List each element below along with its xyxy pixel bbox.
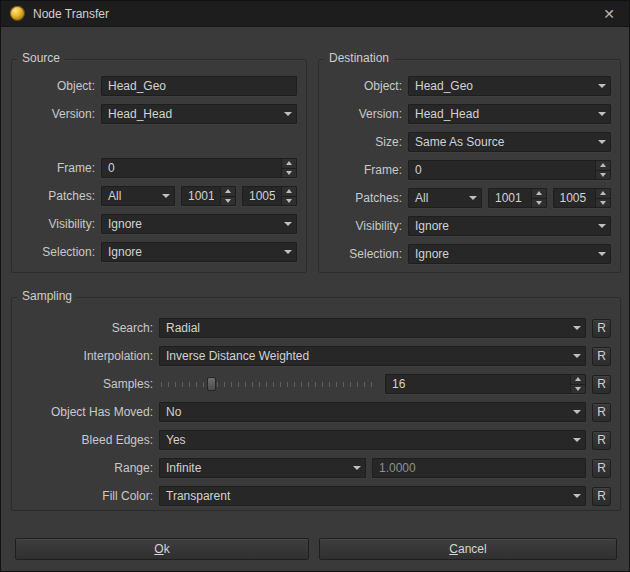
destination-patches-label: Patches:: [328, 191, 402, 205]
destination-version-dropdown[interactable]: Head_Head: [408, 104, 611, 124]
source-selection-dropdown[interactable]: Ignore: [101, 242, 297, 262]
chevron-down-icon: [594, 77, 610, 95]
search-value: Radial: [160, 321, 569, 335]
source-patches-row: Patches: All: [21, 186, 297, 206]
source-object-label: Object:: [21, 79, 95, 93]
destination-selection-dropdown[interactable]: Ignore: [408, 244, 611, 264]
samples-slider[interactable]: [159, 374, 379, 394]
destination-version-value: Head_Head: [409, 107, 594, 121]
search-reset-button[interactable]: R: [592, 319, 611, 338]
chevron-down-icon: [594, 105, 610, 123]
destination-patches-start-input[interactable]: [489, 189, 531, 207]
destination-object-dropdown[interactable]: Head_Geo: [408, 76, 611, 96]
source-frame-input[interactable]: [102, 159, 281, 177]
spin-up-icon[interactable]: [221, 187, 235, 197]
destination-patches-mode-value: All: [409, 191, 465, 205]
range-value: Infinite: [160, 461, 349, 475]
source-visibility-dropdown[interactable]: Ignore: [101, 214, 297, 234]
cancel-button[interactable]: Cancel: [319, 538, 617, 560]
chevron-down-icon: [280, 215, 296, 233]
fill-color-dropdown[interactable]: Transparent: [159, 486, 586, 506]
interpolation-dropdown[interactable]: Inverse Distance Weighted: [159, 346, 586, 366]
sampling-samples-row: Samples: R: [21, 374, 611, 394]
object-has-moved-dropdown[interactable]: No: [159, 402, 586, 422]
chevron-down-icon: [465, 189, 481, 207]
spin-up-icon[interactable]: [282, 159, 296, 169]
spin-down-icon[interactable]: [221, 197, 235, 206]
object-has-moved-reset-button[interactable]: R: [592, 403, 611, 422]
spin-down-icon[interactable]: [596, 171, 610, 180]
destination-patches-end-input[interactable]: [554, 189, 596, 207]
range-dropdown[interactable]: Infinite: [159, 458, 366, 478]
destination-visibility-value: Ignore: [409, 219, 594, 233]
range-amount-input[interactable]: [373, 459, 585, 477]
source-selection-row: Selection: Ignore: [21, 242, 297, 262]
destination-frame-input[interactable]: [409, 161, 595, 179]
source-patches-mode-dropdown[interactable]: All: [101, 186, 175, 206]
spin-up-icon[interactable]: [571, 375, 585, 385]
range-label: Range:: [21, 461, 153, 475]
spin-down-icon[interactable]: [571, 385, 585, 394]
ok-button[interactable]: Ok: [15, 538, 309, 560]
source-version-dropdown[interactable]: Head_Head: [101, 104, 297, 124]
source-patches-end-input[interactable]: [243, 187, 281, 205]
search-dropdown[interactable]: Radial: [159, 318, 586, 338]
spin-down-icon[interactable]: [596, 199, 610, 208]
bleed-edges-reset-button[interactable]: R: [592, 431, 611, 450]
source-object-input[interactable]: [102, 77, 296, 95]
destination-version-row: Version: Head_Head: [328, 104, 611, 124]
chevron-down-icon: [280, 243, 296, 261]
destination-object-value: Head_Geo: [409, 79, 594, 93]
source-selection-value: Ignore: [102, 245, 280, 259]
samples-input[interactable]: [386, 375, 570, 393]
window-title: Node Transfer: [33, 7, 598, 21]
spinner-buttons: [281, 187, 296, 205]
interpolation-reset-button[interactable]: R: [592, 347, 611, 366]
source-object-field: [101, 76, 297, 96]
fill-color-reset-button[interactable]: R: [592, 487, 611, 506]
destination-visibility-label: Visibility:: [328, 219, 402, 233]
source-version-row: Version: Head_Head: [21, 104, 297, 124]
destination-patches-mode-dropdown[interactable]: All: [408, 188, 482, 208]
interpolation-value: Inverse Distance Weighted: [160, 349, 569, 363]
bleed-edges-dropdown[interactable]: Yes: [159, 430, 586, 450]
destination-size-label: Size:: [328, 135, 402, 149]
interpolation-label: Interpolation:: [21, 349, 153, 363]
spinner-buttons: [570, 375, 585, 393]
chevron-down-icon: [569, 487, 585, 505]
spin-down-icon[interactable]: [282, 169, 296, 178]
sampling-group: Sampling Search: Radial R Interpolation:…: [11, 297, 621, 511]
samples-reset-button[interactable]: R: [592, 375, 611, 394]
destination-selection-label: Selection:: [328, 247, 402, 261]
source-patches-start-input[interactable]: [182, 187, 220, 205]
spinner-buttons: [531, 189, 546, 207]
source-version-value: Head_Head: [102, 107, 280, 121]
sampling-range-row: Range: Infinite R: [21, 458, 611, 478]
source-object-row: Object:: [21, 76, 297, 96]
search-label: Search:: [21, 321, 153, 335]
spinner-buttons: [595, 161, 610, 179]
spin-up-icon[interactable]: [596, 161, 610, 171]
object-has-moved-value: No: [160, 405, 569, 419]
destination-selection-row: Selection: Ignore: [328, 244, 611, 264]
close-icon[interactable]: ✕: [598, 5, 620, 23]
destination-patches-row: Patches: All: [328, 188, 611, 208]
chevron-down-icon: [594, 217, 610, 235]
spin-up-icon[interactable]: [596, 189, 610, 199]
source-frame-row: Frame:: [21, 158, 297, 178]
destination-size-value: Same As Source: [409, 135, 594, 149]
spin-up-icon[interactable]: [282, 187, 296, 197]
source-selection-label: Selection:: [21, 245, 95, 259]
destination-visibility-dropdown[interactable]: Ignore: [408, 216, 611, 236]
spinner-buttons: [220, 187, 235, 205]
slider-handle[interactable]: [207, 377, 216, 391]
title-bar[interactable]: Node Transfer ✕: [1, 1, 629, 27]
spin-down-icon[interactable]: [282, 197, 296, 206]
chevron-down-icon: [569, 403, 585, 421]
destination-size-dropdown[interactable]: Same As Source: [408, 132, 611, 152]
spin-up-icon[interactable]: [532, 189, 546, 199]
source-patches-mode-value: All: [102, 189, 158, 203]
spin-down-icon[interactable]: [532, 199, 546, 208]
range-reset-button[interactable]: R: [592, 459, 611, 478]
source-patches-label: Patches:: [21, 189, 95, 203]
